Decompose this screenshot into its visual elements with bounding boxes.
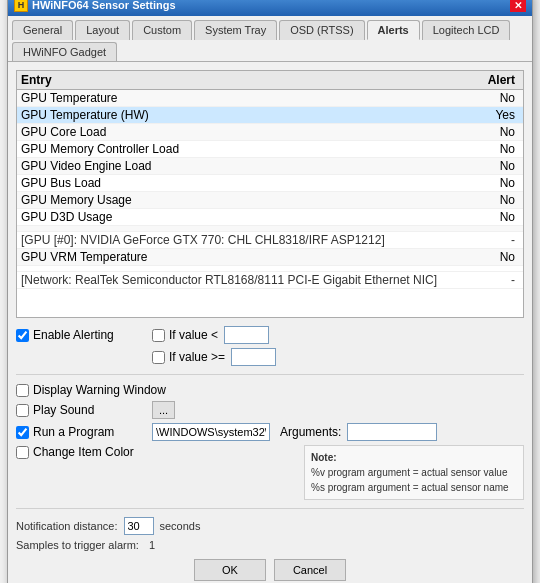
table-header: Entry Alert	[17, 71, 523, 90]
enable-alerting-label[interactable]: Enable Alerting	[16, 328, 146, 342]
col-entry-header: Entry	[21, 73, 459, 87]
table-row[interactable]: GPU D3D Usage No	[17, 209, 523, 226]
entry-cell: GPU D3D Usage	[21, 210, 459, 224]
tab-logitech[interactable]: Logitech LCD	[422, 20, 511, 40]
note-line2: %s program argument = actual sensor name	[311, 480, 517, 495]
entry-cell: GPU Memory Usage	[21, 193, 459, 207]
divider	[16, 374, 524, 375]
alert-cell: -	[459, 273, 519, 287]
entry-cell: GPU Memory Controller Load	[21, 142, 459, 156]
note-box: Note: %v program argument = actual senso…	[304, 445, 524, 500]
options-section: Enable Alerting If value < If value >=	[16, 326, 524, 551]
note-line1: %v program argument = actual sensor valu…	[311, 465, 517, 480]
table-row[interactable]: GPU Core Load No	[17, 124, 523, 141]
note-label: Note:	[311, 450, 517, 465]
if-value-gte-checkbox[interactable]	[152, 351, 165, 364]
table-row[interactable]: GPU Memory Controller Load No	[17, 141, 523, 158]
cancel-button[interactable]: Cancel	[274, 559, 346, 581]
tab-general[interactable]: General	[12, 20, 73, 40]
samples-row: Samples to trigger alarm: 1	[16, 539, 524, 551]
if-value-gte-label: If value >=	[152, 350, 225, 364]
window-title: HWiNFO64 Sensor Settings	[32, 0, 176, 11]
arguments-input[interactable]	[347, 423, 437, 441]
if-value-less-input[interactable]	[224, 326, 269, 344]
col-alert-header: Alert	[459, 73, 519, 87]
change-color-label[interactable]: Change Item Color	[16, 445, 146, 459]
entry-cell: GPU Video Engine Load	[21, 159, 459, 173]
alert-cell: No	[459, 250, 519, 264]
alert-cell: No	[459, 159, 519, 173]
table-row[interactable]: GPU Memory Usage No	[17, 192, 523, 209]
if-value-less-checkbox[interactable]	[152, 329, 165, 342]
tab-osd[interactable]: OSD (RTSS)	[279, 20, 364, 40]
display-warning-checkbox[interactable]	[16, 384, 29, 397]
change-color-checkbox[interactable]	[16, 446, 29, 459]
title-bar: H HWiNFO64 Sensor Settings ✕	[8, 0, 532, 16]
enable-alerting-checkbox[interactable]	[16, 329, 29, 342]
notification-input[interactable]	[124, 517, 154, 535]
divider2	[16, 508, 524, 509]
ok-button[interactable]: OK	[194, 559, 266, 581]
alert-cell: -	[459, 233, 519, 247]
alert-cell: No	[459, 125, 519, 139]
if-value-gte-input[interactable]	[231, 348, 276, 366]
arguments-label: Arguments:	[280, 425, 341, 439]
tab-gadget[interactable]: HWiNFO Gadget	[12, 42, 117, 61]
display-warning-row: Display Warning Window	[16, 383, 524, 397]
samples-value: 1	[149, 539, 155, 551]
play-sound-checkbox[interactable]	[16, 404, 29, 417]
table-row-section[interactable]: [Network: RealTek Semiconductor RTL8168/…	[17, 272, 523, 289]
entry-cell: GPU Bus Load	[21, 176, 459, 190]
title-bar-left: H HWiNFO64 Sensor Settings	[14, 0, 176, 12]
tab-layout[interactable]: Layout	[75, 20, 130, 40]
tab-custom[interactable]: Custom	[132, 20, 192, 40]
table-row-section[interactable]: [GPU [#0]: NVIDIA GeForce GTX 770: CHL C…	[17, 232, 523, 249]
tab-alerts[interactable]: Alerts	[367, 20, 420, 40]
table-row[interactable]: GPU Bus Load No	[17, 175, 523, 192]
content-area: Entry Alert GPU Temperature No GPU Tempe…	[8, 62, 532, 583]
notification-label: Notification distance:	[16, 520, 118, 532]
main-window: H HWiNFO64 Sensor Settings ✕ General Lay…	[7, 0, 533, 583]
play-sound-browse-button[interactable]: ...	[152, 401, 175, 419]
entry-cell: GPU VRM Temperature	[21, 250, 459, 264]
alert-cell: No	[459, 193, 519, 207]
table-row[interactable]: GPU Video Engine Load No	[17, 158, 523, 175]
if-value-less-label: If value <	[152, 328, 218, 342]
sensor-table[interactable]: Entry Alert GPU Temperature No GPU Tempe…	[16, 70, 524, 318]
tab-system-tray[interactable]: System Tray	[194, 20, 277, 40]
notification-row: Notification distance: seconds	[16, 517, 524, 535]
play-sound-label[interactable]: Play Sound	[16, 403, 146, 417]
entry-cell: [GPU [#0]: NVIDIA GeForce GTX 770: CHL C…	[21, 233, 459, 247]
app-icon: H	[14, 0, 28, 12]
entry-cell: GPU Temperature (HW)	[21, 108, 459, 122]
if-value-gte-row: If value >=	[152, 348, 524, 366]
close-button[interactable]: ✕	[510, 0, 526, 12]
entry-cell: GPU Temperature	[21, 91, 459, 105]
table-row[interactable]: GPU Temperature (HW) Yes	[17, 107, 523, 124]
run-program-label[interactable]: Run a Program	[16, 425, 146, 439]
tabs-container: General Layout Custom System Tray OSD (R…	[8, 16, 532, 62]
alert-cell: Yes	[459, 108, 519, 122]
change-color-row: Change Item Color Note: %v program argum…	[16, 445, 524, 500]
alert-cell: No	[459, 142, 519, 156]
run-program-checkbox[interactable]	[16, 426, 29, 439]
alert-cell: No	[459, 91, 519, 105]
display-warning-label[interactable]: Display Warning Window	[16, 383, 166, 397]
enable-alerting-row: Enable Alerting If value <	[16, 326, 524, 344]
samples-label: Samples to trigger alarm:	[16, 539, 139, 551]
entry-cell: GPU Core Load	[21, 125, 459, 139]
program-input[interactable]	[152, 423, 270, 441]
buttons-row: OK Cancel	[16, 559, 524, 581]
notification-unit: seconds	[160, 520, 201, 532]
run-program-row: Run a Program Arguments:	[16, 423, 524, 441]
entry-cell: [Network: RealTek Semiconductor RTL8168/…	[21, 273, 459, 287]
table-row[interactable]: GPU VRM Temperature No	[17, 249, 523, 266]
play-sound-row: Play Sound ...	[16, 401, 524, 419]
alert-cell: No	[459, 210, 519, 224]
table-row[interactable]: GPU Temperature No	[17, 90, 523, 107]
alert-cell: No	[459, 176, 519, 190]
